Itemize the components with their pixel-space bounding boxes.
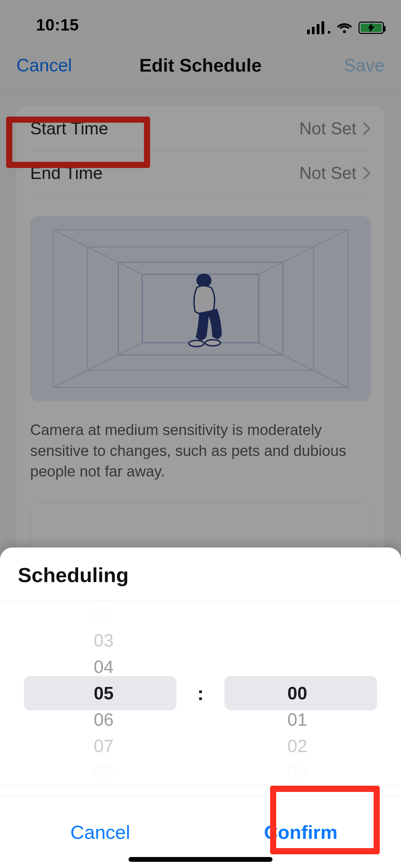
time-picker-sheet: Scheduling 02 03 04 05 06 07 08 : <box>0 547 401 868</box>
minute-wheel[interactable]: 57 58 59 00 01 02 03 <box>218 601 377 785</box>
hour-option[interactable]: 02 <box>94 601 114 627</box>
minute-option[interactable]: 02 <box>288 733 307 759</box>
hour-option[interactable]: 06 <box>94 706 114 733</box>
time-picker[interactable]: 02 03 04 05 06 07 08 : 57 58 59 00 01 02… <box>0 601 401 786</box>
hour-option[interactable]: 07 <box>94 733 114 759</box>
hour-selected[interactable]: 05 <box>94 680 114 707</box>
sheet-title: Scheduling <box>0 563 401 601</box>
hour-option[interactable]: 04 <box>94 654 114 680</box>
hour-option[interactable]: 08 <box>94 759 114 785</box>
home-indicator[interactable] <box>129 857 272 862</box>
minute-option[interactable]: 01 <box>288 706 307 733</box>
time-separator: : <box>183 601 218 785</box>
hour-option[interactable]: 03 <box>94 627 114 654</box>
hour-wheel[interactable]: 02 03 04 05 06 07 08 <box>24 601 183 785</box>
minute-selected[interactable]: 00 <box>288 680 307 707</box>
minute-option[interactable]: 03 <box>288 759 307 785</box>
